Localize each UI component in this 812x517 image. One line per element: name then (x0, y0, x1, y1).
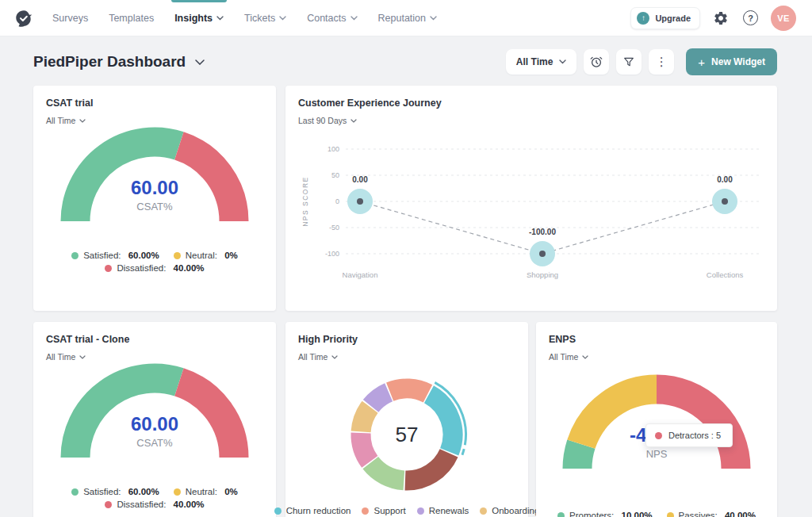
chevron-down-icon (350, 119, 357, 123)
svg-text:-50: -50 (329, 224, 339, 232)
time-filter-value: All Time (516, 56, 553, 67)
top-navbar: Surveys Templates Insights Tickets Conta… (0, 0, 812, 36)
tooltip-label: Detractors : 5 (668, 431, 721, 440)
legend-dot-icon (362, 507, 369, 515)
help-icon[interactable]: ? (741, 9, 760, 27)
legend-item: Neutral: 0% (174, 251, 238, 260)
legend-dot-icon (667, 512, 674, 517)
journey-line-chart[interactable]: 100500-50-100NPS SCORE0.00Navigation-100… (298, 135, 764, 285)
legend-dot-icon (105, 501, 112, 508)
main-nav: Surveys Templates Insights Tickets Conta… (52, 0, 437, 36)
legend-dot-icon (105, 265, 112, 272)
chevron-down-icon (79, 119, 86, 123)
svg-text:-100.00: -100.00 (529, 228, 556, 236)
svg-text:Collections: Collections (707, 270, 744, 279)
nav-item-surveys[interactable]: Surveys (52, 0, 88, 36)
svg-text:CSAT%: CSAT% (136, 201, 173, 213)
widget-time-filter[interactable]: All Time (46, 352, 86, 362)
chevron-down-icon (559, 59, 566, 64)
more-options-kebab-icon[interactable]: ⋮ (649, 49, 674, 75)
legend-dot-icon (71, 488, 79, 496)
widget-title: CSAT trial (46, 98, 94, 109)
priority-donut-chart[interactable]: 57 (312, 358, 502, 503)
legend-item: Passives: 40.00% (667, 511, 756, 517)
new-widget-button[interactable]: + New Widget (686, 48, 777, 75)
widget-time-filter[interactable]: All Time (549, 352, 588, 362)
legend-item: Churn reduction (274, 506, 351, 515)
chevron-down-icon (279, 16, 286, 21)
nav-item-tickets[interactable]: Tickets (244, 0, 286, 36)
legend-item: Satisfied: 60.00% (71, 487, 159, 496)
svg-text:60.00: 60.00 (131, 177, 178, 198)
chevron-down-icon (350, 16, 358, 21)
nav-item-contacts[interactable]: Contacts (307, 0, 357, 36)
svg-text:Shopping: Shopping (527, 270, 558, 279)
legend-item: Satisfied: 60.00% (71, 251, 159, 260)
upgrade-arrow-icon: ↑ (637, 12, 649, 25)
schedule-alarm-icon[interactable] (584, 49, 609, 75)
chevron-down-icon (195, 59, 205, 65)
upgrade-button[interactable]: ↑ Upgrade (630, 7, 700, 29)
chart-tooltip: Detractors : 5 (645, 423, 733, 447)
widget-high-priority: High Priority All Time 57 Churn reductio… (285, 322, 528, 517)
nav-label: Contacts (307, 13, 346, 24)
widget-csat-trial: CSAT trial All Time 60.00CSAT% Satisfied… (33, 86, 276, 311)
nav-item-insights[interactable]: Insights (174, 0, 224, 36)
time-filter-dropdown[interactable]: All Time (506, 49, 576, 75)
widget-enps: ENPS All Time -40.00NPS Detractors : 5 P… (536, 322, 777, 517)
legend-item: Promoters: 10.00% (557, 511, 652, 517)
filter-icon[interactable] (616, 49, 642, 75)
widget-title: High Priority (298, 334, 358, 345)
dashboard-title-dropdown[interactable]: PiedPiper Dashboard (33, 53, 205, 71)
svg-text:0.00: 0.00 (717, 175, 733, 184)
csat-gauge-chart[interactable]: 60.00CSAT% (52, 125, 258, 238)
widget-time-filter[interactable]: Last 90 Days (298, 116, 357, 125)
legend-item: Onboarding (480, 506, 539, 515)
svg-text:0.00: 0.00 (352, 175, 368, 184)
legend-dot-icon (71, 252, 79, 259)
detractors-dot-icon (655, 432, 662, 439)
legend-item: Neutral: 0% (174, 487, 238, 496)
chevron-down-icon (79, 355, 86, 359)
chart-legend: Satisfied: 60.00%Neutral: 0%Dissatisfied… (33, 251, 276, 273)
widget-title: Customer Experience Journey (298, 98, 442, 109)
legend-dot-icon (417, 507, 424, 515)
legend-item: Support (362, 506, 405, 515)
legend-dot-icon (557, 512, 565, 517)
chart-legend: Satisfied: 60.00%Neutral: 0%Dissatisfied… (33, 487, 276, 509)
legend-dot-icon (274, 507, 282, 515)
nav-label: Insights (174, 13, 213, 24)
widget-title: ENPS (549, 334, 576, 345)
svg-text:0: 0 (335, 197, 339, 205)
svg-text:57: 57 (396, 423, 419, 446)
upgrade-label: Upgrade (655, 13, 691, 23)
plus-icon: + (698, 56, 705, 69)
nav-label: Templates (109, 13, 154, 24)
svg-text:NPS: NPS (646, 448, 668, 460)
surveysparrow-logo-icon[interactable] (13, 7, 35, 29)
user-avatar[interactable]: VE (771, 6, 796, 31)
dashboard-header: PiedPiper Dashboard All Time ⋮ + New Wid… (33, 46, 777, 78)
widget-time-filter[interactable]: All Time (46, 116, 86, 125)
nav-label: Tickets (244, 13, 275, 24)
widget-csat-trial-clone: CSAT trial - Clone All Time 60.00CSAT% S… (33, 322, 276, 517)
widget-customer-experience-journey: Customer Experience Journey Last 90 Days… (285, 86, 777, 311)
nav-item-templates[interactable]: Templates (109, 0, 154, 36)
nav-item-reputation[interactable]: Reputation (378, 0, 437, 36)
csat-clone-gauge-chart[interactable]: 60.00CSAT% (52, 362, 258, 474)
svg-text:Navigation: Navigation (343, 270, 378, 279)
chevron-down-icon (582, 355, 588, 359)
new-widget-label: New Widget (711, 56, 765, 67)
widget-title: CSAT trial - Clone (46, 334, 129, 345)
nav-label: Surveys (52, 13, 88, 24)
legend-dot-icon (480, 507, 487, 515)
chart-legend: Promoters: 10.00%Passives: 40.00%Detract… (536, 511, 777, 517)
svg-text:NPS SCORE: NPS SCORE (301, 176, 309, 227)
nav-label: Reputation (378, 13, 426, 24)
app-window: Surveys Templates Insights Tickets Conta… (0, 0, 812, 517)
legend-item: Dissatisfied: 40.00% (105, 500, 204, 509)
legend-item: Dissatisfied: 40.00% (105, 263, 204, 273)
chevron-down-icon (216, 16, 224, 21)
svg-text:60.00: 60.00 (131, 413, 178, 435)
settings-gear-icon[interactable] (711, 9, 730, 28)
